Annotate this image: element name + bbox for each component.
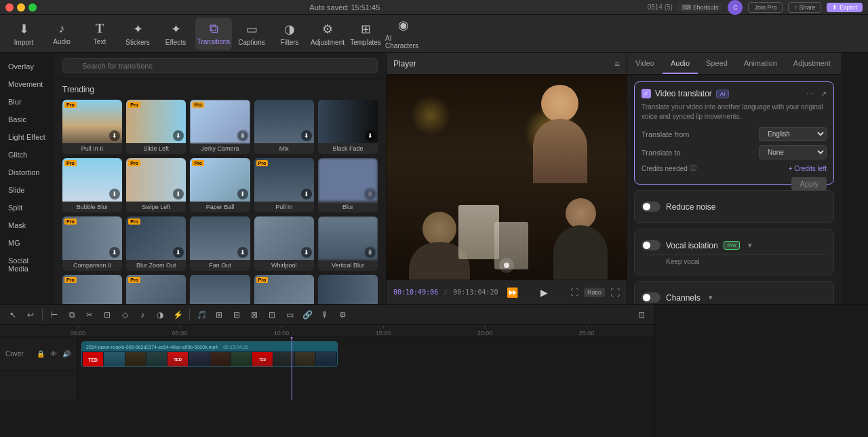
video-translator-toggle[interactable]: ✓ bbox=[642, 89, 651, 98]
list-item[interactable]: Pro ⬇ Snap Zoom bbox=[62, 275, 122, 304]
toolbar-captions[interactable]: ▭ Captions bbox=[233, 18, 270, 50]
credits-left-btn[interactable]: + Credits left bbox=[789, 165, 827, 172]
link-tool[interactable]: 🔗 bbox=[300, 307, 315, 322]
tab-speed[interactable]: Speed bbox=[698, 53, 736, 74]
list-item[interactable]: ⬇ Blur bbox=[318, 158, 378, 212]
list-item[interactable]: ⬇ Shake bbox=[190, 275, 250, 304]
maximize-button[interactable] bbox=[28, 3, 37, 12]
search-input[interactable] bbox=[62, 58, 378, 73]
list-item[interactable]: Pro ⬇ Swipe Left bbox=[126, 158, 186, 212]
cursor-tool[interactable]: ↖ bbox=[5, 307, 20, 322]
speed-icon[interactable]: ⏩ bbox=[507, 287, 518, 298]
track-1[interactable]: ⊞ bbox=[212, 307, 226, 322]
translate-from-select[interactable]: English bbox=[759, 127, 827, 141]
audio-insert[interactable]: 🎵 bbox=[194, 307, 209, 322]
reduce-noise-toggle[interactable] bbox=[642, 202, 660, 212]
category-light-effect[interactable]: Light Effect bbox=[3, 129, 52, 145]
speed-tool[interactable]: ⚡ bbox=[170, 307, 185, 322]
tab-ai-stylize[interactable]: AI stylize bbox=[839, 53, 841, 74]
category-mg[interactable]: MG bbox=[3, 235, 52, 251]
vocal-expand-icon[interactable]: ▾ bbox=[748, 241, 752, 250]
toolbar-audio[interactable]: ♪ Audio bbox=[43, 18, 80, 50]
list-item[interactable]: Pro ⬇ Blur Zoom Out bbox=[126, 216, 186, 271]
list-item[interactable]: Pro ⬇ Rotate CW II bbox=[254, 275, 314, 304]
ratio-badge[interactable]: Ratio bbox=[584, 288, 605, 297]
track-lock-icon[interactable]: 🔒 bbox=[35, 349, 46, 360]
toolbar-effects[interactable]: ✦ Effects bbox=[157, 18, 194, 50]
shortcuts-button[interactable]: ⌨ Shortcuts bbox=[678, 3, 723, 12]
close-button[interactable] bbox=[5, 3, 14, 12]
category-glitch[interactable]: Glitch bbox=[3, 147, 52, 163]
crop-tool[interactable]: ⊡ bbox=[100, 307, 115, 322]
list-item[interactable]: Pro ⬇ Pull In bbox=[254, 158, 314, 212]
track-eye-icon[interactable]: 👁 bbox=[48, 349, 59, 360]
translate-to-select[interactable]: None bbox=[759, 145, 827, 159]
toolbar-text[interactable]: T Text bbox=[81, 18, 118, 50]
player-menu-icon[interactable]: ≡ bbox=[614, 58, 620, 69]
caption-tool[interactable]: ▭ bbox=[282, 307, 297, 322]
category-social-media[interactable]: Social Media bbox=[3, 252, 52, 277]
toolbar-adjustment[interactable]: ⚙ Adjustment bbox=[309, 18, 346, 50]
share-button[interactable]: ↑ Share bbox=[788, 2, 821, 13]
toolbar-import[interactable]: ⬇ Import bbox=[5, 18, 42, 50]
join-pro-button[interactable]: Join Pro bbox=[748, 2, 783, 13]
list-item[interactable]: Pro ⬇ Jerky Camera bbox=[190, 100, 250, 154]
category-split[interactable]: Split bbox=[3, 200, 52, 216]
tab-animation[interactable]: Animation bbox=[736, 53, 785, 74]
fullscreen-icon[interactable]: ⛶ bbox=[610, 287, 620, 298]
user-avatar[interactable]: C bbox=[728, 0, 743, 15]
export-button[interactable]: ⬆ Export bbox=[827, 3, 863, 12]
category-distortion[interactable]: Distortion bbox=[3, 164, 52, 180]
list-item[interactable]: ⬇ Pull Out bbox=[318, 275, 378, 304]
toolbar-ai-chars[interactable]: ◉ AI Characters bbox=[385, 18, 422, 50]
transform-tool[interactable]: ◇ bbox=[117, 307, 132, 322]
list-item[interactable]: ⬇ Whirlpool bbox=[254, 216, 314, 271]
tab-audio[interactable]: Audio bbox=[663, 53, 698, 74]
video-translator-expand[interactable]: ⋯ bbox=[806, 90, 814, 98]
category-blur[interactable]: Blur bbox=[3, 94, 52, 110]
track-4[interactable]: ⊡ bbox=[264, 307, 279, 322]
color-tool[interactable]: ◑ bbox=[153, 307, 167, 322]
toolbar-filters[interactable]: ◑ Filters bbox=[271, 18, 308, 50]
category-slide[interactable]: Slide bbox=[3, 182, 52, 198]
list-item[interactable]: Pro ⬇ Square Blur bbox=[126, 275, 186, 304]
vocal-isolation-toggle[interactable] bbox=[642, 240, 660, 250]
track-audio-icon[interactable]: 🔊 bbox=[61, 349, 72, 360]
track-3[interactable]: ⊠ bbox=[247, 307, 262, 322]
list-item[interactable]: Pro ⬇ Slide Left bbox=[126, 100, 186, 154]
undo-button[interactable]: ↩ bbox=[23, 307, 38, 322]
category-movement[interactable]: Movement bbox=[3, 76, 52, 92]
list-item[interactable]: ⬇ Black Fade bbox=[318, 100, 378, 154]
list-item[interactable]: Pro ⬇ Bubble Blur bbox=[62, 158, 122, 212]
apply-button[interactable]: Apply bbox=[791, 177, 827, 191]
list-item[interactable]: Pro ⬇ Paper Ball bbox=[190, 158, 250, 212]
crop-icon[interactable]: ⛶ bbox=[570, 288, 578, 297]
timeline-settings[interactable]: ⊡ bbox=[634, 307, 649, 322]
settings-tool[interactable]: ⚙ bbox=[335, 307, 350, 322]
trim-button[interactable]: ⧉ bbox=[64, 307, 79, 322]
video-clip[interactable]: 2024-jason-rugolo-006-962d2374-ee94-46ec… bbox=[81, 341, 338, 367]
track-2[interactable]: ⊟ bbox=[229, 307, 244, 322]
tab-video[interactable]: Video bbox=[627, 53, 663, 74]
category-basic[interactable]: Basic bbox=[3, 111, 52, 128]
list-item[interactable]: ⬇ Fan Out bbox=[190, 216, 250, 271]
list-item[interactable]: ⬇ Vertical Blur bbox=[318, 216, 378, 271]
category-overlay[interactable]: Overlay bbox=[3, 58, 52, 75]
category-mask[interactable]: Mask bbox=[3, 217, 52, 233]
list-item[interactable]: Pro ⬇ Pull In II bbox=[62, 100, 122, 154]
channels-toggle[interactable] bbox=[642, 292, 660, 303]
channels-expand-icon[interactable]: ▾ bbox=[709, 293, 713, 302]
tab-adjustment[interactable]: Adjustment bbox=[785, 53, 839, 74]
mic-tool[interactable]: 🎙 bbox=[317, 307, 332, 322]
cut-button[interactable]: ✂ bbox=[82, 307, 97, 322]
list-item[interactable]: ⬇ Mix bbox=[254, 100, 314, 154]
audio-tool[interactable]: ♪ bbox=[135, 307, 150, 322]
toolbar-transitions[interactable]: ⧉ Transitions bbox=[195, 18, 232, 50]
toolbar-templates[interactable]: ⊞ Templates bbox=[347, 18, 384, 50]
video-translator-close[interactable]: ↗ bbox=[821, 90, 827, 98]
play-button[interactable]: ▶ bbox=[537, 286, 551, 299]
list-item[interactable]: Pro ⬇ Comparison II bbox=[62, 216, 122, 271]
split-button[interactable]: ⊢ bbox=[47, 307, 62, 322]
toolbar-stickers[interactable]: ✦ Stickers bbox=[119, 18, 156, 50]
minimize-button[interactable] bbox=[17, 3, 25, 12]
